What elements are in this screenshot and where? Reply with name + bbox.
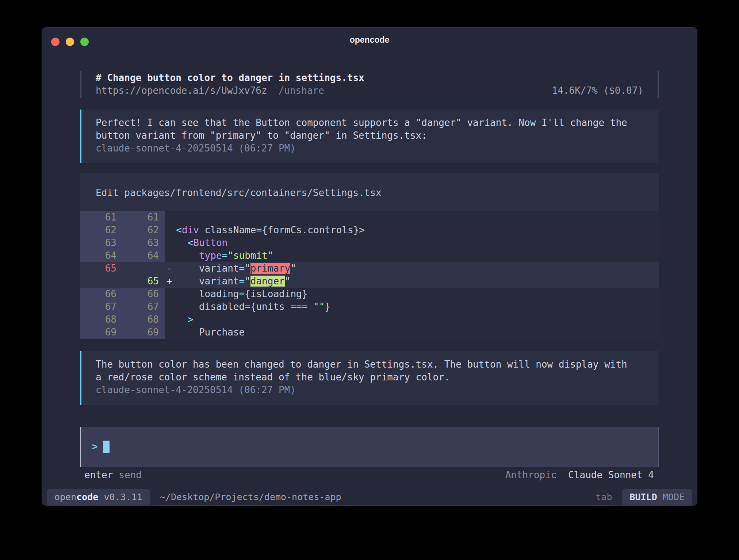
new-line-number: 61 (122, 211, 165, 224)
new-line-number: 62 (122, 224, 165, 237)
diff-row: 6767 disabled={units === ""} (80, 300, 659, 313)
diff-row: 6262 <div className={formCs.controls}> (80, 224, 659, 237)
code-token: Button (193, 237, 227, 248)
provider-name: Anthropic (505, 469, 557, 480)
code-token: className (199, 225, 256, 235)
assistant-message: The button color has been changed to dan… (80, 351, 659, 405)
new-line-number: 66 (122, 288, 165, 300)
window-title: opencode (42, 28, 697, 52)
code-token: > (188, 314, 194, 325)
code-token: === (290, 301, 307, 312)
old-line-number: 62 (80, 224, 122, 237)
diff-marker: - (166, 262, 172, 275)
code-token: = (239, 263, 245, 274)
send-action-hint: send (119, 469, 142, 482)
code-token: type (199, 250, 222, 261)
session-subline: https://opencode.ai/s/UwJxv76z /unshare … (96, 84, 643, 97)
text-cursor (103, 441, 110, 453)
old-line-number: 67 (80, 300, 122, 313)
token-usage: 14.6K/7% ($0.07) (552, 84, 643, 97)
app-name-code: code (76, 492, 98, 502)
mode-segment: BUILD MODE (622, 489, 692, 505)
code-token: primary (250, 263, 291, 274)
session-title: # Change button color to danger in setti… (96, 72, 643, 84)
diff-row: 65+ variant="danger" (80, 275, 659, 288)
code-token (165, 225, 176, 235)
diff-marker: + (166, 275, 172, 288)
tab-key-hint[interactable]: tab (596, 489, 612, 505)
edit-tool-title: Edit packages/frontend/src/containers/Se… (80, 187, 659, 199)
code-line: + variant="danger" (165, 275, 659, 288)
code-token: "submit" (227, 250, 273, 261)
app-version-segment: opencode v0.3.11 (47, 489, 150, 505)
opencode-terminal-window: opencode # Change button color to danger… (42, 27, 697, 506)
prompt-line: > (92, 440, 658, 453)
message-meta: claude-sonnet-4-20250514 (06:27 PM) (96, 142, 632, 155)
old-line-number: 63 (80, 237, 122, 249)
old-line-number: 68 (80, 313, 122, 326)
code-line: - variant="primary" (165, 262, 659, 275)
assistant-message: Perfect! I can see that the Button compo… (80, 110, 659, 163)
model-info: Anthropic Claude Sonnet 4 (505, 469, 654, 482)
code-token: {isLoading} (245, 288, 307, 299)
code-line: <Button (165, 237, 659, 249)
code-token: Purchase (165, 327, 245, 338)
hints-bar: enter send Anthropic Claude Sonnet 4 (80, 469, 659, 482)
old-line-number: 69 (80, 326, 122, 339)
status-bar-right: tab BUILD MODE (596, 489, 692, 505)
old-line-number (80, 275, 122, 288)
diff-row: 6161 (80, 211, 659, 224)
prompt-symbol: > (92, 440, 98, 453)
code-token: "" (313, 301, 325, 312)
status-bar: opencode v0.3.11 ~/Desktop/Projects/demo… (42, 489, 697, 505)
new-line-number: 68 (122, 313, 165, 326)
code-line: loading={isLoading} (165, 288, 659, 300)
diff-row: 6666 loading={isLoading} (80, 288, 659, 300)
session-header: # Change button color to danger in setti… (80, 71, 659, 98)
code-token: disabled (165, 301, 245, 312)
code-line: <div className={formCs.controls}> (165, 224, 659, 237)
edit-tool-block: Edit packages/frontend/src/containers/Se… (80, 173, 659, 339)
share-url[interactable]: https://opencode.ai/s/UwJxv76z (96, 84, 267, 97)
code-line (165, 211, 659, 224)
mode-secondary: MODE (663, 492, 685, 502)
titlebar: opencode (42, 28, 697, 52)
message-meta: claude-sonnet-4-20250514 (06:27 PM) (96, 384, 632, 396)
code-line: type="submit" (165, 249, 659, 262)
code-token: = (245, 301, 250, 312)
code-token: = (239, 276, 245, 287)
old-line-number: 65 (80, 262, 122, 275)
code-token: } (325, 301, 330, 312)
code-token: = (256, 225, 262, 235)
code-token: loading (165, 288, 239, 299)
code-line: Purchase (165, 326, 659, 339)
diff-row: 6969 Purchase (80, 326, 659, 339)
code-token: {units (250, 301, 291, 312)
app-version: v0.3.11 (98, 492, 142, 502)
code-token: variant (165, 263, 239, 274)
code-token: variant (165, 276, 239, 287)
code-token: div (182, 225, 199, 235)
code-line: > (165, 313, 659, 326)
prompt-input[interactable]: > (80, 427, 659, 467)
code-token: " (290, 263, 296, 274)
app-name-open: open (54, 492, 76, 502)
diff-row: 6868 > (80, 313, 659, 326)
message-text: Perfect! I can see that the Button compo… (96, 116, 632, 142)
code-token: " (245, 276, 250, 287)
code-token: {formCs.controls}> (262, 225, 365, 235)
code-token (307, 301, 313, 312)
code-token: < (188, 237, 194, 248)
diff-row: 6363 <Button (80, 237, 659, 249)
working-directory: ~/Desktop/Projects/demo-notes-app (160, 489, 341, 505)
old-line-number: 64 (80, 249, 122, 262)
message-text: The button color has been changed to dan… (96, 358, 632, 384)
code-token (165, 314, 188, 325)
code-token: = (239, 288, 245, 299)
new-line-number: 65 (122, 275, 165, 288)
new-line-number: 64 (122, 249, 165, 262)
new-line-number: 69 (122, 326, 165, 339)
diff-row: 65- variant="primary" (80, 262, 659, 275)
code-token: danger (250, 276, 285, 287)
old-line-number: 66 (80, 288, 122, 300)
